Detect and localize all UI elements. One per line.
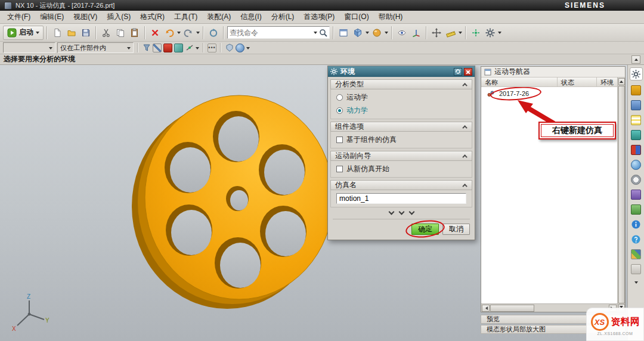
scroll-left-button[interactable]	[482, 305, 490, 312]
highlight-color-icon[interactable]	[163, 44, 172, 52]
history-icon[interactable]	[631, 175, 641, 185]
section-joint-wizard[interactable]: 运动副向导	[330, 151, 472, 161]
redo-dropdown-icon[interactable]	[196, 32, 200, 36]
menu-help[interactable]: 帮助(H)	[374, 10, 408, 24]
move-object-icon[interactable]	[430, 26, 443, 39]
navigator-tree[interactable]: 2017-7-26 右键新建仿真	[481, 87, 617, 303]
menu-information[interactable]: 信息(I)	[236, 10, 266, 24]
menu-tools[interactable]: 工具(T)	[169, 10, 202, 24]
ok-button[interactable]: 确定	[411, 224, 439, 235]
open-icon[interactable]	[65, 26, 78, 39]
paste-icon[interactable]	[128, 26, 141, 39]
graphics-window[interactable]: Z X Y 环境 分析类型 运动学	[0, 65, 644, 341]
menu-file[interactable]: 文件(F)	[2, 10, 35, 24]
roles-gear-card[interactable]	[630, 67, 643, 80]
more-options-icon[interactable]: •••	[208, 44, 216, 52]
save-icon[interactable]	[79, 26, 92, 39]
menu-view[interactable]: 视图(V)	[69, 10, 102, 24]
filter-dropdown-icon[interactable]	[246, 47, 250, 51]
simulation-name-input[interactable]	[336, 193, 466, 204]
scrollbar-thumb[interactable]	[490, 305, 534, 312]
measure-dropdown-icon[interactable]	[459, 32, 462, 36]
dialog-title-bar[interactable]: 环境	[328, 66, 475, 77]
show-hide-icon[interactable]	[395, 26, 408, 39]
dialog-more-options[interactable]	[328, 207, 475, 215]
menu-window[interactable]: 窗口(O)	[339, 10, 373, 24]
reuse-library-icon[interactable]	[631, 130, 641, 140]
view-dropdown-icon[interactable]	[366, 32, 369, 36]
vertical-scrollbar[interactable]	[617, 78, 625, 312]
radio-kinematics[interactable]: 运动学	[336, 92, 466, 103]
snap-midpoint-icon[interactable]	[185, 44, 194, 52]
part-navigator-icon[interactable]	[631, 115, 641, 125]
cancel-button[interactable]: 取消	[442, 224, 470, 235]
column-environment[interactable]: 环境	[597, 78, 617, 86]
dialog-close-icon[interactable]	[464, 68, 472, 76]
datum-csys-icon[interactable]	[410, 26, 423, 39]
undo-dropdown-icon[interactable]	[177, 32, 181, 36]
checkbox-icon	[336, 137, 343, 143]
hd3d-tools-icon[interactable]	[631, 145, 641, 155]
undo-icon[interactable]	[163, 26, 176, 39]
new-file-icon[interactable]	[51, 26, 64, 39]
start-menu-button[interactable]: 启动	[3, 26, 44, 40]
sphere-filter-icon[interactable]	[236, 44, 244, 52]
assembly-navigator-icon[interactable]	[631, 85, 641, 95]
delete-icon[interactable]	[148, 26, 162, 39]
radio-dynamics[interactable]: 动力学	[336, 106, 466, 116]
face-filter-icon[interactable]	[174, 44, 183, 52]
dialog-reset-icon[interactable]	[454, 68, 462, 76]
checkbox-new-simulation[interactable]: 从新仿真开始	[336, 164, 466, 174]
column-name[interactable]: 名称	[481, 78, 558, 86]
snap-dropdown-icon[interactable]	[196, 47, 199, 51]
search-dropdown-icon[interactable]	[314, 32, 317, 36]
info-icon[interactable]	[631, 219, 641, 230]
orient-view-cube-icon[interactable]	[351, 26, 364, 39]
process-studio-icon[interactable]	[631, 190, 641, 200]
measure-icon[interactable]	[444, 26, 457, 39]
menu-analysis[interactable]: 分析(L)	[267, 10, 299, 24]
web-browser-icon[interactable]	[631, 160, 641, 170]
render-dropdown-icon[interactable]	[385, 32, 388, 36]
strip-more-icon[interactable]	[634, 281, 638, 286]
scroll-up-button[interactable]	[618, 78, 625, 85]
repeat-command-icon[interactable]	[207, 26, 220, 39]
selection-scope-dropdown[interactable]: 仅在工作部件内	[57, 42, 134, 53]
view-triad[interactable]: Z X Y	[11, 293, 50, 334]
modal-shape-panel-label: 模态形状局部放大图	[487, 325, 546, 334]
help-icon[interactable]	[631, 234, 641, 244]
section-analysis-type[interactable]: 分析类型	[330, 79, 472, 89]
cut-icon[interactable]	[100, 26, 113, 39]
render-style-icon[interactable]	[370, 26, 383, 39]
section-component-options[interactable]: 组件选项	[330, 122, 472, 132]
snap-point-icon[interactable]	[469, 26, 482, 39]
window-icon[interactable]	[337, 26, 350, 39]
selection-filter-icon[interactable]	[142, 44, 151, 52]
column-status[interactable]: 状态	[558, 78, 597, 86]
manage-icon[interactable]	[631, 204, 641, 215]
menu-preferences[interactable]: 首选项(P)	[299, 10, 339, 24]
search-icon[interactable]	[319, 29, 327, 37]
scrollbar-thumb[interactable]	[618, 86, 625, 303]
section-simulation-name[interactable]: 仿真名	[330, 180, 472, 190]
constraint-navigator-icon[interactable]	[631, 100, 641, 110]
cue-bar: 选择要用来分析的环境	[0, 54, 644, 65]
palette-icon[interactable]	[631, 249, 641, 259]
solid-body-filter-icon[interactable]	[225, 44, 234, 52]
menu-assemblies[interactable]: 装配(A)	[202, 10, 236, 24]
menu-format[interactable]: 格式(R)	[135, 10, 169, 24]
type-filter-dropdown[interactable]	[3, 42, 55, 53]
touch-mode-icon[interactable]	[631, 264, 641, 274]
checkbox-component-based[interactable]: 基于组件的仿真	[336, 135, 466, 145]
more-tools-gear-icon[interactable]	[484, 26, 497, 39]
copy-icon[interactable]	[114, 26, 127, 39]
tools-dropdown-icon[interactable]	[498, 32, 501, 36]
menu-insert[interactable]: 插入(S)	[102, 10, 135, 24]
redo-icon[interactable]	[182, 26, 195, 39]
command-search-input[interactable]	[230, 27, 312, 38]
tree-row-simulation[interactable]: 2017-7-26	[481, 87, 617, 98]
dialog-title: 环境	[340, 67, 355, 77]
edge-filter-icon[interactable]	[153, 44, 162, 52]
menu-edit[interactable]: 编辑(E)	[35, 10, 69, 24]
cue-scroll-button[interactable]	[631, 55, 640, 64]
